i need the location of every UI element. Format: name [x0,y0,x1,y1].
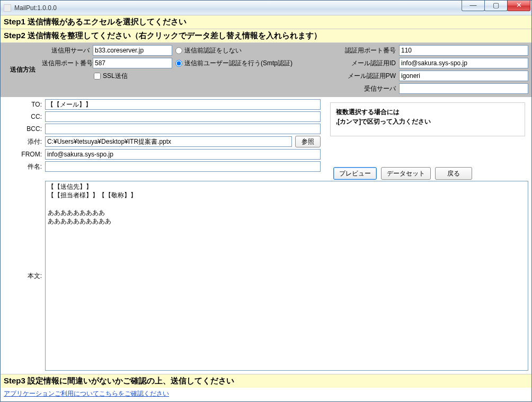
body-row: 本文: [4,181,528,371]
titlebar: MailPut:1.0.0.0 — ▢ ✕ [1,1,531,15]
subject-label: 件名: [4,162,42,171]
back-button[interactable]: 戻る [435,167,472,180]
subject-input[interactable] [45,161,321,172]
app-window: MailPut:1.0.0.0 — ▢ ✕ Step1 送信情報があるエクセルを… [0,0,532,402]
mail-auth-pw-label: メール認証用PW [338,72,396,81]
body-label: 本文: [4,272,42,281]
send-port-input[interactable] [93,58,172,68]
footer-link[interactable]: アプリケーションご利用についてこちらをご確認ください [4,390,169,397]
browse-button[interactable]: 参照 [295,136,321,147]
auth-port-input[interactable] [399,45,528,56]
close-button[interactable]: ✕ [507,1,530,11]
content: 送信方法 送信用サーバ 送信前認証をしない 認証用ポート番号 送信用ポート番号 … [1,43,531,374]
send-server-label: 送信用サーバ [42,46,90,55]
note-line1: 複数選択する場合には [336,107,519,117]
action-buttons: プレビュー データセット 戻る [330,165,525,180]
minimize-button[interactable]: — [462,1,485,11]
maximize-button[interactable]: ▢ [484,1,508,11]
from-label: FROM: [4,151,42,158]
bcc-label: BCC: [4,125,42,133]
body-textarea[interactable] [45,181,528,371]
radio-smtp-label: 送信前ユーザー認証を行う(Smtp認証) [184,59,292,68]
send-config-panel: 送信方法 送信用サーバ 送信前認証をしない 認証用ポート番号 送信用ポート番号 … [1,43,531,97]
from-input[interactable] [45,149,321,160]
step1-heading: Step1 送信情報があるエクセルを選択してください [1,15,531,29]
step2-heading: Step2 送信情報を整理してください（右クリックでデータ差し替え情報を入れられ… [1,29,531,43]
note-box: 複数選択する場合には ,[カンマ]で区切って入力ください [330,102,525,136]
send-server-input[interactable] [93,45,172,56]
send-port-label: 送信用ポート番号 [42,59,90,68]
mail-panel: TO: CC: BCC: 添付: 参照 [1,97,531,374]
app-icon [4,4,11,12]
auth-port-label: 認証用ポート番号 [338,46,396,55]
note-line2: ,[カンマ]で区切って入力ください [336,117,519,126]
step3-heading: Step3 設定情報に間違いがないかご確認の上、送信してください [1,374,531,388]
ssl-label: SSL送信 [103,72,128,81]
ssl-checkbox[interactable] [94,73,101,80]
mail-auth-id-label: メール認証用ID [338,59,396,68]
recv-server-input[interactable] [399,83,528,94]
to-input[interactable] [45,99,321,110]
window-controls: — ▢ ✕ [462,1,530,11]
attach-label: 添付: [4,137,42,146]
mail-auth-pw-input[interactable] [399,71,528,81]
footer: アプリケーションご利用についてこちらをご確認ください [1,388,531,401]
preview-button[interactable]: プレビュー [333,167,377,180]
mail-auth-id-input[interactable] [399,58,528,68]
send-method-label: 送信方法 [4,45,42,94]
radio-noauth-label: 送信前認証をしない [184,46,242,55]
window-title: MailPut:1.0.0.0 [14,4,57,12]
radio-smtp[interactable] [175,60,182,67]
recv-server-label: 受信サーバ [338,84,396,93]
attach-input[interactable] [45,136,292,147]
to-label: TO: [4,101,42,108]
cc-input[interactable] [45,111,321,122]
bcc-input[interactable] [45,124,321,134]
radio-noauth[interactable] [175,47,182,54]
dataset-button[interactable]: データセット [381,167,431,180]
cc-label: CC: [4,113,42,120]
